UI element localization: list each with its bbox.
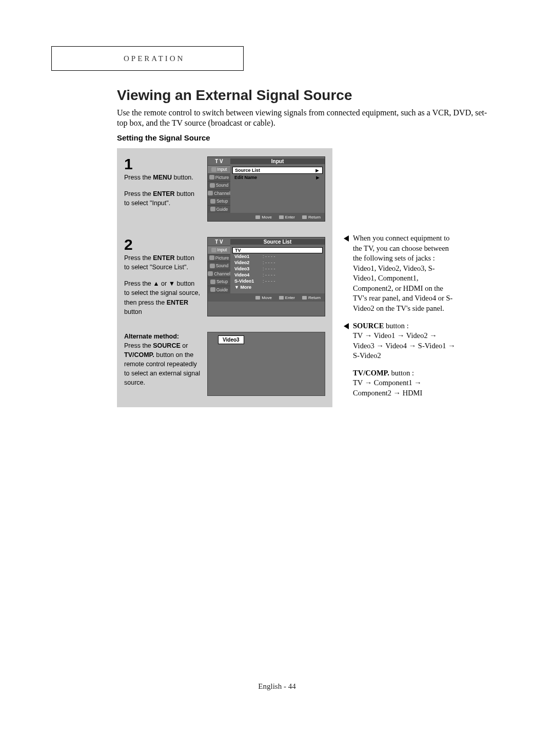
osd-tab-channel: Channel [208, 189, 230, 197]
osd-screenshot-3: Video3 [207, 332, 325, 396]
osd-tab-sound: Sound [208, 181, 230, 189]
subheading: Setting the Signal Source [117, 133, 491, 142]
osd2-row-video4: Video4: - - - - [232, 272, 323, 278]
page-footer: English - 44 [0, 682, 554, 691]
osd1-item-sourcelist: Source List► [232, 167, 323, 174]
osd-screenshot-2: T V Source List Input Picture Sound Chan… [207, 237, 325, 316]
right-arrow-icon: ► [315, 174, 321, 181]
t: button. [172, 174, 193, 181]
osd-tab-setup: Setup [208, 197, 230, 205]
t: or [181, 342, 188, 349]
osd-tab-sound: Sound [208, 262, 230, 270]
t: button : [389, 369, 414, 377]
picture-icon [209, 175, 214, 180]
alternate-method: Alternate method: Press the SOURCE or TV… [124, 332, 325, 396]
osd2-row-more: ▼ More [232, 284, 323, 290]
step-2-number: 2 [124, 237, 200, 252]
osd2-footer: Move Enter Return [208, 293, 325, 302]
sound-icon [210, 183, 215, 188]
t: ENTER [153, 254, 174, 262]
osd2-row-tv: TV [232, 247, 323, 253]
osd2-title: Source List [230, 239, 325, 245]
input-icon [211, 248, 216, 252]
channel-icon [208, 191, 213, 195]
note2-sequence: TV → Video1 → Video2 → Video3 → Video4 →… [353, 331, 457, 361]
t: Press the ▲ or ▼ button to select the si… [124, 280, 200, 306]
t: SOURCE [153, 342, 180, 349]
step-1-text: 1 Press the MENU button. Press the ENTER… [124, 156, 200, 222]
osd-tab-setup: Setup [208, 277, 230, 286]
osd2-sidebar: Input Picture Sound Channel Setup Guide [208, 246, 230, 293]
osd-tab-guide: Guide [208, 286, 230, 294]
t: button : [384, 322, 408, 330]
input-icon [211, 167, 216, 172]
guide-icon [210, 207, 215, 211]
return-hint: Return [302, 295, 321, 300]
note3-sequence: TV → Component1 → Component2 → HDMI [353, 378, 457, 398]
return-hint: Return [302, 215, 321, 220]
t: ENTER [153, 190, 174, 197]
osd-tab-guide: Guide [208, 205, 230, 213]
section-tab: OPERATION [51, 46, 244, 71]
note1-text: When you connect equipment to the TV, yo… [353, 233, 457, 314]
left-pointer-icon [344, 323, 349, 329]
t: TV/COMP. [353, 369, 389, 377]
alt-text: Alternate method: Press the SOURCE or TV… [124, 332, 200, 396]
osd-screenshot-1: T V Input Input Picture Sound Channel Se… [207, 156, 325, 222]
move-hint: Move [255, 215, 272, 220]
t: button [124, 308, 142, 315]
enter-hint: Enter [279, 215, 295, 220]
side-notes: When you connect equipment to the TV, yo… [344, 233, 457, 405]
t: TV/COMP. [124, 351, 154, 359]
left-pointer-icon [344, 235, 349, 242]
t: ENTER [167, 299, 188, 306]
osd-tab-channel: Channel [208, 270, 230, 278]
osd-tab-input: Input [208, 246, 230, 254]
channel-icon [208, 271, 213, 276]
osd2-tv-label: T V [208, 239, 230, 245]
osd2-row-video1: Video1: - - - - [232, 253, 323, 260]
osd2-row-video3: Video3: - - - - [232, 266, 323, 272]
osd2-row-video2: Video2: - - - - [232, 260, 323, 266]
t: Press the [124, 190, 153, 197]
side-note-1: When you connect equipment to the TV, yo… [344, 233, 457, 314]
osd1-sidebar: Input Picture Sound Channel Setup Guide [208, 165, 230, 213]
guide-icon [210, 287, 215, 292]
enter-hint: Enter [279, 295, 295, 300]
step-1: 1 Press the MENU button. Press the ENTER… [124, 156, 325, 222]
osd1-tv-label: T V [208, 158, 230, 164]
osd-tab-picture: Picture [208, 254, 230, 262]
step-1-number: 1 [124, 156, 200, 172]
t: SOURCE [353, 322, 384, 330]
sound-icon [210, 264, 215, 268]
step-2-text: 2 Press the ENTER button to select "Sour… [124, 237, 200, 316]
osd1-title: Input [230, 158, 325, 164]
setup-icon [210, 199, 215, 204]
osd1-footer: Move Enter Return [208, 213, 325, 221]
picture-icon [209, 255, 214, 260]
osd2-row-svideo1: S-Video1: - - - - [232, 278, 323, 284]
setup-icon [210, 280, 215, 284]
section-label: OPERATION [124, 54, 185, 63]
osd-tab-input: Input [208, 165, 230, 173]
t: MENU [153, 174, 172, 181]
side-note-2: SOURCE button : TV → Video1 → Video2 → V… [344, 321, 457, 399]
t: Press the [124, 254, 153, 262]
osd1-item-editname: Edit Name► [232, 174, 323, 181]
right-arrow-icon: ► [314, 167, 320, 173]
alt-heading: Alternate method: [124, 333, 179, 340]
page-title: Viewing an External Signal Source [117, 87, 491, 104]
step-2: 2 Press the ENTER button to select "Sour… [124, 237, 325, 316]
osd3-badge: Video3 [218, 335, 244, 344]
steps-panel: 1 Press the MENU button. Press the ENTER… [117, 148, 332, 407]
move-hint: Move [255, 295, 272, 300]
t: Press the [124, 342, 153, 349]
intro-paragraph: Use the remote control to switch between… [117, 108, 491, 128]
osd-tab-picture: Picture [208, 173, 230, 182]
t: Press the [124, 174, 153, 181]
